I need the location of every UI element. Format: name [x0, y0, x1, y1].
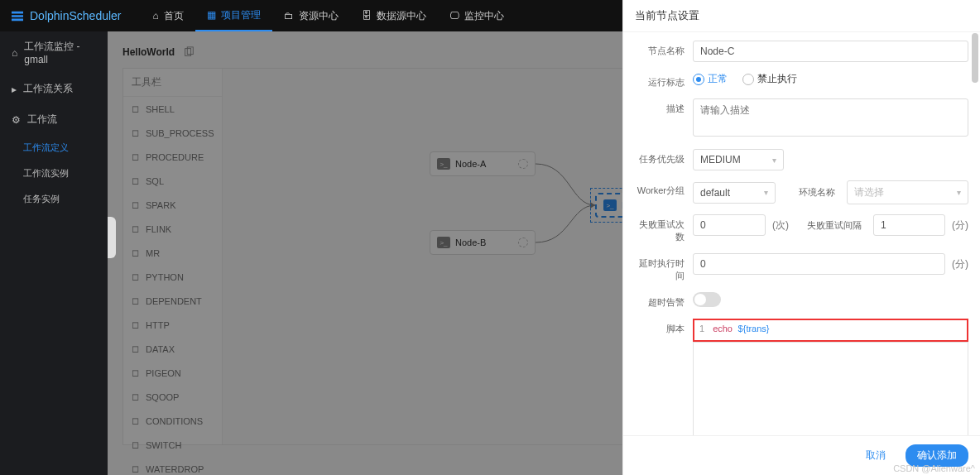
radio-forbid[interactable]: 禁止执行 — [742, 72, 797, 86]
label-run-flag: 运行标志 — [635, 72, 693, 89]
cancel-button[interactable]: 取消 — [854, 444, 897, 467]
nav-monitor[interactable]: 🖵监控中心 — [438, 0, 516, 31]
priority-select[interactable]: MEDIUM▾ — [693, 149, 784, 170]
nav-datasource[interactable]: 🗄数据源中心 — [350, 0, 438, 31]
label-script: 脚本 — [635, 319, 693, 335]
node-name-input[interactable] — [693, 41, 968, 62]
retry-interval-input[interactable] — [873, 214, 945, 236]
radio-normal[interactable]: 正常 — [693, 72, 728, 86]
node-settings-panel: 当前节点设置 节点名称 运行标志 正常 禁止执行 描述 任务优先级 MEDIUM… — [622, 0, 980, 475]
sidebar-sub-instance[interactable]: 工作流实例 — [0, 161, 108, 186]
nav-project[interactable]: ▦项目管理 — [195, 0, 272, 31]
app-name: DolphinScheduler — [30, 9, 122, 22]
label-priority: 任务优先级 — [635, 149, 693, 166]
label-timeout: 超时告警 — [635, 292, 693, 309]
retry-count-input[interactable] — [693, 214, 766, 236]
env-select[interactable]: 请选择▾ — [847, 180, 968, 204]
nav-resource[interactable]: 🗀资源中心 — [272, 0, 350, 31]
sidebar-item-relation[interactable]: ▸工作流关系 — [0, 74, 108, 104]
logo-icon — [10, 10, 25, 22]
label-delay: 延时执行时间 — [635, 253, 693, 282]
desc-input[interactable] — [693, 98, 968, 137]
panel-scrollbar[interactable] — [972, 33, 978, 83]
label-env: 环境名称 — [782, 186, 840, 199]
panel-title: 当前节点设置 — [623, 0, 980, 32]
app-logo: DolphinScheduler — [10, 9, 122, 22]
sidebar-collapse-handle[interactable] — [108, 217, 116, 258]
script-body[interactable] — [693, 342, 968, 435]
script-editor[interactable]: 1echo ${trans} — [693, 319, 968, 342]
sidebar-item-workflow[interactable]: ⚙工作流 — [0, 104, 108, 135]
sidebar-item-monitor[interactable]: ⌂工作流监控 - gmall — [0, 31, 108, 74]
label-worker-group: Worker分组 — [635, 180, 693, 197]
watermark: CSDN @Alienware^ — [893, 463, 975, 473]
sidebar: ⌂工作流监控 - gmall ▸工作流关系 ⚙工作流 工作流定义 工作流实例 任… — [0, 31, 108, 475]
delay-input[interactable] — [693, 253, 945, 275]
sidebar-sub-definition[interactable]: 工作流定义 — [0, 135, 108, 161]
sidebar-sub-task[interactable]: 任务实例 — [0, 186, 108, 212]
label-retry-interval: 失败重试间隔 — [795, 219, 867, 232]
label-node-name: 节点名称 — [635, 41, 693, 57]
worker-group-select[interactable]: default▾ — [693, 182, 776, 204]
label-retry-count: 失败重试次数 — [635, 214, 693, 243]
nav-home[interactable]: ⌂首页 — [142, 0, 195, 31]
label-desc: 描述 — [635, 98, 693, 115]
timeout-switch[interactable] — [693, 292, 721, 307]
